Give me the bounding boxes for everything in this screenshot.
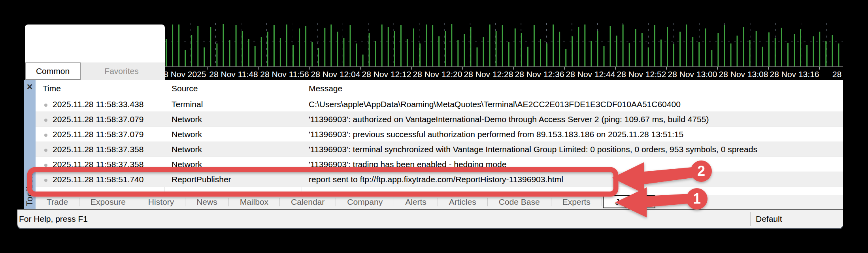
volume-bar — [578, 27, 579, 66]
tab-news[interactable]: News — [185, 197, 228, 207]
x-axis-label: 28 Nov 11:48 — [209, 70, 258, 79]
toolbox-tab-bar: TradeExposureHistoryNewsMailboxCalendarC… — [36, 195, 843, 209]
volume-bar — [350, 25, 351, 66]
volume-bar — [642, 33, 643, 66]
bullet-icon — [44, 134, 47, 137]
volume-bar — [794, 34, 795, 66]
tab-favorites[interactable]: Favorites — [81, 62, 162, 80]
volume-bar — [172, 25, 173, 66]
volume-bar — [565, 49, 566, 66]
volume-bar — [610, 26, 611, 66]
volume-bar — [604, 46, 605, 66]
journal-cell-time: 2025.11.28 11:58:37.079 — [36, 130, 164, 139]
tick-chart[interactable]: 28 Nov 202528 Nov 11:4828 Nov 11:5628 No… — [165, 17, 843, 80]
volume-bar — [286, 25, 287, 66]
volume-bar — [496, 31, 497, 66]
volume-bar — [705, 28, 706, 66]
tab-alerts[interactable]: Alerts — [394, 197, 438, 207]
journal-row[interactable]: 2025.11.28 11:58:37.079Network'11396903'… — [36, 127, 843, 142]
volume-bar — [477, 47, 478, 66]
x-axis-label: 28 Nov 12:04 — [311, 70, 360, 79]
journal-row[interactable]: 2025.11.28 11:58:37.079Network'11396903'… — [36, 112, 843, 127]
x-axis-label: 28 Nov — [832, 70, 843, 79]
volume-bar — [635, 29, 636, 66]
tab-calendar[interactable]: Calendar — [280, 197, 336, 207]
volume-bar — [210, 27, 211, 66]
volume-bar — [679, 32, 681, 66]
volume-bar — [369, 33, 370, 66]
status-bar: For Help, press F1 Default — [17, 210, 843, 228]
volume-bar — [673, 44, 674, 66]
volume-bar — [825, 41, 826, 66]
tab-company[interactable]: Company — [336, 197, 394, 207]
journal-cell-message: '11396903': terminal synchronized with V… — [302, 145, 843, 154]
volume-bar — [394, 31, 395, 66]
journal-cell-message: report sent to ftp://ftp.app.fixytrade.c… — [302, 175, 843, 184]
toolbox-strip: × Toolbox — [24, 80, 36, 209]
tab-exposure[interactable]: Exposure — [79, 197, 137, 207]
volume-bar — [267, 32, 268, 66]
journal-cell-message: '11396903': trading has been enabled - h… — [302, 160, 843, 169]
volume-bar — [629, 43, 630, 66]
tab-code-base[interactable]: Code Base — [488, 197, 551, 207]
volume-bar — [375, 41, 376, 66]
volume-bar — [559, 32, 560, 66]
volume-bar — [413, 28, 414, 66]
tab-journal[interactable]: Journal — [603, 195, 655, 208]
status-profile-default[interactable]: Default — [756, 210, 782, 228]
volume-bar — [597, 31, 598, 66]
status-help-text: For Help, press F1 — [19, 210, 88, 228]
volume-bar — [464, 34, 465, 66]
volume-bar — [318, 48, 319, 66]
x-axis-label: 28 Nov 13:16 — [770, 70, 819, 79]
volume-bar — [819, 32, 820, 66]
volume-bar — [515, 28, 516, 66]
journal-row[interactable]: 2025.11.28 11:58:37.358Network'11396903'… — [36, 142, 843, 157]
tab-experts[interactable]: Experts — [551, 197, 602, 207]
volume-bar — [407, 39, 408, 66]
x-axis-label: 28 Nov 2025 — [165, 70, 206, 79]
journal-row[interactable]: 2025.11.28 11:58:33.438TerminalC:\Users\… — [36, 97, 843, 112]
tab-history[interactable]: History — [137, 197, 185, 207]
volume-bar — [432, 25, 433, 66]
volume-bar — [178, 25, 179, 66]
journal-cell-time: 2025.11.28 11:58:51.740 — [36, 175, 164, 184]
volume-bar — [185, 50, 186, 66]
metatrader-window: Common Favorites 28 Nov 202528 Nov 11:48… — [0, 0, 868, 253]
volume-bar — [806, 45, 808, 66]
volume-bar — [483, 37, 484, 66]
volume-bar — [813, 36, 814, 66]
volume-bar — [337, 32, 338, 66]
volume-bar — [667, 27, 668, 66]
tab-articles[interactable]: Articles — [438, 197, 487, 207]
volume-bar — [236, 25, 237, 66]
column-header-time[interactable]: Time — [36, 84, 164, 93]
volume-bar — [197, 26, 198, 66]
journal-row[interactable]: 2025.11.28 11:58:37.358Network'11396903'… — [36, 157, 843, 172]
volume-bar — [362, 55, 364, 66]
volume-bar — [648, 47, 649, 66]
x-axis-label: 28 Nov 13:08 — [719, 70, 768, 79]
tab-mailbox[interactable]: Mailbox — [229, 197, 279, 207]
volume-bar — [832, 35, 833, 66]
volume-bar — [204, 47, 205, 66]
journal-cell-time: 2025.11.28 11:58:37.358 — [36, 160, 164, 169]
toolbox-vertical-label: Toolbox — [25, 174, 35, 206]
volume-bar — [445, 31, 446, 66]
volume-bar — [451, 24, 452, 66]
volume-bar — [654, 25, 655, 66]
volume-bar — [229, 40, 230, 66]
volume-bar — [311, 42, 313, 66]
journal-row-highlighted[interactable]: 2025.11.28 11:58:51.740ReportPublisherre… — [36, 172, 843, 187]
status-separator — [750, 212, 751, 226]
journal-cell-source: Network — [164, 145, 302, 154]
tab-trade[interactable]: Trade — [36, 197, 79, 207]
volume-bar — [508, 42, 509, 66]
tab-common[interactable]: Common — [25, 62, 81, 80]
close-icon[interactable]: × — [24, 81, 36, 93]
volume-bar — [470, 27, 471, 66]
volume-bar — [299, 28, 300, 66]
column-header-source[interactable]: Source — [164, 84, 302, 93]
column-header-message[interactable]: Message — [302, 84, 843, 93]
volume-bar — [527, 47, 528, 66]
